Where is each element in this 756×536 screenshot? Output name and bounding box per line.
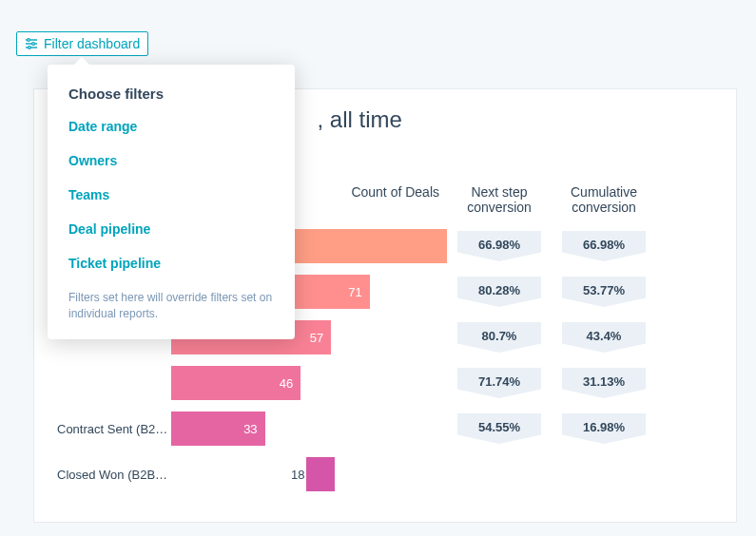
header-next: Next step conversion (447, 184, 552, 215)
header-cum: Cumulative conversion (552, 184, 656, 215)
popover-note: Filters set here will override filters s… (68, 290, 274, 322)
next-step-chevron: 80.28% (457, 277, 541, 307)
filter-popover: Choose filters Date rangeOwnersTeamsDeal… (48, 65, 295, 339)
filter-dashboard-button[interactable]: Filter dashboard (16, 31, 148, 56)
funnel-row: 4671.74%31.13% (57, 361, 713, 405)
filter-link-owners[interactable]: Owners (68, 153, 274, 168)
next-step-cell: 80.7% (447, 322, 552, 353)
bar[interactable]: 33 (171, 412, 265, 446)
next-step-cell: 54.55% (447, 413, 552, 444)
next-step-cell: 66.98% (447, 231, 552, 261)
next-step-chevron: 80.7% (457, 322, 541, 353)
funnel-row: Closed Won (B2B…18 (57, 452, 713, 496)
svg-point-4 (32, 43, 35, 46)
bar-value: 18 (283, 457, 304, 491)
cumulative-chevron: 53.77% (562, 277, 646, 307)
filter-link-date-range[interactable]: Date range (68, 119, 274, 134)
svg-point-5 (29, 47, 31, 49)
cumulative-chevron: 66.98% (562, 231, 646, 261)
bar-cell: 18 (171, 457, 447, 491)
funnel-row: Contract Sent (B2…3354.55%16.98% (57, 407, 713, 450)
bar[interactable] (306, 457, 335, 491)
filter-icon (25, 38, 38, 49)
filter-link-teams[interactable]: Teams (68, 187, 274, 202)
filter-link-deal-pipeline[interactable]: Deal pipeline (68, 221, 274, 237)
stage-label: Contract Sent (B2… (57, 422, 171, 436)
bar-cell: 33 (171, 412, 447, 446)
filter-link-ticket-pipeline[interactable]: Ticket pipeline (68, 256, 274, 271)
filter-dashboard-label: Filter dashboard (44, 36, 140, 51)
popover-title: Choose filters (68, 86, 274, 102)
bar-cell: 46 (171, 366, 447, 400)
cumulative-cell: 43.4% (552, 322, 656, 353)
cumulative-cell: 66.98% (552, 231, 656, 261)
stage-label: Closed Won (B2B… (57, 468, 171, 482)
cumulative-cell: 53.77% (552, 277, 656, 307)
next-step-chevron: 66.98% (457, 231, 541, 261)
cumulative-chevron: 16.98% (562, 413, 646, 444)
title-fragment: , all time (318, 106, 402, 132)
cumulative-cell: 16.98% (552, 413, 656, 444)
next-step-chevron: 71.74% (457, 368, 541, 398)
next-step-chevron: 54.55% (457, 413, 541, 444)
bar[interactable]: 46 (171, 366, 300, 400)
next-step-cell: 80.28% (447, 277, 552, 307)
next-step-cell: 71.74% (447, 368, 552, 398)
svg-point-3 (28, 39, 30, 42)
cumulative-cell: 31.13% (552, 368, 656, 398)
cumulative-chevron: 31.13% (562, 368, 646, 398)
cumulative-chevron: 43.4% (562, 322, 646, 353)
